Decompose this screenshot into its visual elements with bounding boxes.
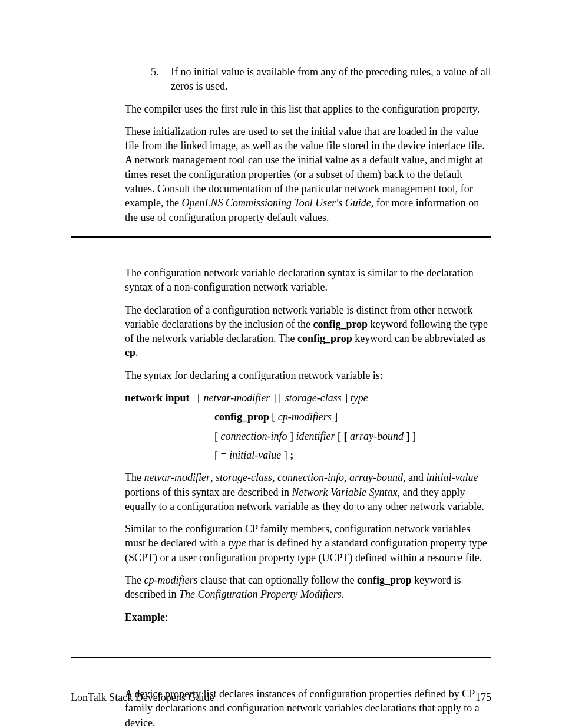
syntax-line-2: config_prop [ cp-modifiers ]: [214, 410, 491, 424]
text: ,: [272, 472, 277, 483]
paragraph-initialization: These initialization rules are used to s…: [125, 124, 491, 225]
text: .: [135, 347, 138, 358]
colon: :: [165, 611, 168, 623]
text: portions of this syntax are described in: [125, 486, 292, 498]
list-number: 5.: [151, 65, 171, 94]
keyword-config-prop: config_prop: [297, 332, 352, 344]
ref: Network Variable Syntax: [292, 486, 397, 498]
keyword-config-prop: config_prop: [313, 318, 368, 330]
bracket: ]: [284, 449, 287, 461]
kw: config_prop: [357, 574, 412, 586]
page-footer: LonTalk Stack Developer's Guide 175: [0, 690, 562, 704]
text: .: [342, 588, 345, 600]
syntax-line-3: [ connection-info ] identifier [ [ array…: [214, 429, 491, 443]
section-divider: [71, 236, 491, 238]
bracket: ]: [412, 430, 416, 442]
list-item-5: 5. If no initial value is available from…: [125, 65, 491, 94]
text: keyword can be abbreviated as: [352, 332, 485, 344]
paragraph-cnv-intro: The configuration network variable decla…: [125, 266, 491, 295]
em: netvar-modifier: [144, 472, 210, 483]
syn-array-bound: array-bound: [350, 430, 404, 442]
ref: The Configuration Property Modifiers: [179, 588, 342, 600]
bracket: ]: [334, 411, 338, 423]
bracket: [: [338, 430, 341, 442]
paragraph-cpmodifiers: The cp-modifiers clause that can optiona…: [125, 573, 491, 602]
bracket: [: [272, 411, 275, 423]
semi: ;: [290, 449, 293, 461]
paragraph-syntax-desc: The netvar-modifier, storage-class, conn…: [125, 470, 491, 513]
em: initial-value: [427, 472, 478, 483]
syn-type: type: [351, 392, 368, 404]
bracket: [: [279, 392, 282, 404]
section-divider-2: [71, 657, 491, 658]
paragraph-compiler: The compiler uses the first rule in this…: [125, 102, 491, 116]
syn-initial-value: initial-value: [229, 449, 281, 461]
bold-bracket: ]: [406, 430, 409, 442]
text: ,: [344, 472, 349, 483]
page-body: 5. If no initial value is available from…: [0, 0, 562, 728]
text: The: [125, 472, 144, 483]
syn-connection-info: connection-info: [221, 430, 287, 442]
em: cp-modifiers: [144, 574, 197, 586]
syntax-line-1: network input [ netvar-modifier ] [ stor…: [125, 391, 491, 405]
syntax-line-4: [ = initial-value ] ;: [214, 448, 491, 462]
bracket: ]: [273, 392, 276, 404]
page-number: 175: [475, 690, 491, 704]
em: array-bound: [349, 472, 403, 483]
paragraph-cnv-keyword: The declaration of a configuration netwo…: [125, 303, 491, 360]
syn-cp-modifiers: cp-modifiers: [278, 411, 332, 423]
em: storage-class: [216, 472, 272, 483]
bracket: ]: [290, 430, 293, 442]
text: ,: [210, 472, 216, 483]
syn-netvar-modifier: netvar-modifier: [204, 392, 270, 404]
bracket: ]: [344, 392, 348, 404]
em: connection-info: [277, 472, 344, 483]
eq: =: [221, 449, 227, 461]
text: , and: [403, 472, 427, 483]
syn-storage-class: storage-class: [285, 392, 342, 404]
syn-identifier: identifier: [296, 430, 335, 442]
kw-config-prop: config_prop: [214, 411, 269, 423]
section-cnv: The configuration network variable decla…: [125, 266, 491, 624]
em-type: type: [228, 537, 246, 549]
paragraph-similar: Similar to the configuration CP family m…: [125, 522, 491, 565]
main-content: 5. If no initial value is available from…: [125, 65, 491, 225]
footer-title: LonTalk Stack Developer's Guide: [71, 690, 214, 704]
example-label: Example:: [125, 610, 491, 624]
bracket: [: [214, 449, 218, 461]
kw-network-input: network input: [125, 392, 190, 404]
bold-bracket: [: [343, 430, 347, 442]
text: [192, 392, 195, 404]
bracket: [: [197, 392, 201, 404]
text: The: [125, 574, 144, 586]
example-word: Example: [125, 611, 165, 623]
paragraph-syntax-intro: The syntax for declaring a configuration…: [125, 368, 491, 383]
list-text: If no initial value is available from an…: [171, 65, 491, 94]
bracket: [: [214, 430, 218, 442]
text: clause that can optionally follow the: [197, 574, 356, 586]
reference-guide: OpenLNS Commissioning Tool User's Guide: [181, 197, 371, 209]
keyword-cp: cp: [125, 347, 135, 358]
